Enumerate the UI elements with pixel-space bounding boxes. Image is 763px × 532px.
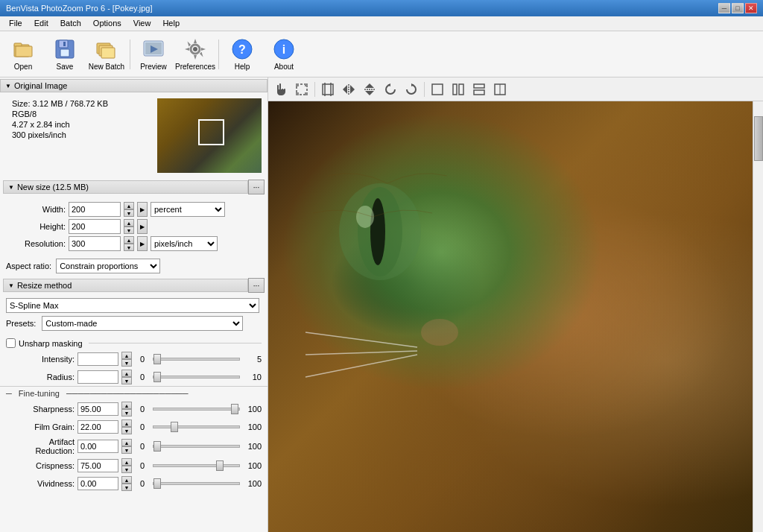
view-split-v-icon — [452, 83, 465, 96]
crispness-spin-up[interactable]: ▲ — [121, 458, 132, 466]
artifact-reduction-row: Artifact Reduction: ▲ ▼ 0 100 — [0, 436, 267, 457]
radius-spin-down[interactable]: ▼ — [121, 377, 132, 384]
menu-file[interactable]: File — [3, 18, 28, 29]
film-grain-thumb[interactable] — [171, 422, 178, 432]
artifact-track — [153, 445, 240, 448]
resolution-unit-select[interactable]: pixels/inch pixels/cm — [151, 236, 218, 251]
width-extra-btn[interactable]: ▶ — [137, 202, 148, 217]
film-grain-input[interactable] — [77, 420, 118, 434]
new-batch-button[interactable]: New Batch — [86, 34, 127, 75]
minimize-button[interactable]: ─ — [718, 3, 730, 13]
original-image-section-header: ▼ Original Image — [0, 79, 267, 92]
about-button[interactable]: i About — [264, 34, 304, 75]
flip-vertical-button[interactable] — [360, 80, 379, 98]
resize-method-label: Resize method — [17, 281, 72, 290]
sharpness-thumb[interactable] — [231, 404, 238, 414]
menu-view[interactable]: View — [127, 18, 157, 29]
rotate-left-icon — [384, 83, 397, 96]
maximize-button[interactable]: □ — [732, 3, 744, 13]
original-image-label: Original Image — [14, 81, 68, 90]
preferences-button[interactable]: Preferences — [175, 34, 215, 75]
res-spin-up[interactable]: ▲ — [124, 236, 134, 244]
vividness-thumb[interactable] — [153, 478, 161, 489]
radius-thumb[interactable] — [153, 372, 161, 382]
save-button[interactable]: Save — [45, 34, 85, 75]
presets-row: Presets: Custom-made Default Photo — [6, 316, 262, 331]
unsharp-masking-checkbox[interactable] — [6, 338, 16, 348]
width-spin-up[interactable]: ▲ — [124, 202, 134, 209]
svg-rect-35 — [474, 90, 484, 95]
crispness-spin-down[interactable]: ▼ — [121, 466, 132, 473]
resolution-extra-btn[interactable]: ▶ — [137, 236, 148, 251]
aspect-ratio-select[interactable]: Constrain proportions Free — [56, 259, 160, 273]
rotate-left-button[interactable] — [381, 80, 400, 98]
menu-options[interactable]: Options — [87, 18, 127, 29]
radius-spin-up[interactable]: ▲ — [121, 370, 132, 377]
view-split-v-button[interactable] — [449, 80, 468, 98]
select-tool-button[interactable] — [292, 80, 311, 98]
height-row: Height: ▲ ▼ ▶ — [6, 219, 262, 234]
menu-edit[interactable]: Edit — [28, 18, 54, 29]
menu-help[interactable]: Help — [156, 18, 186, 29]
resize-method-select[interactable]: S-Spline Max S-Spline XL S-Spline — [6, 298, 259, 313]
res-spin-down[interactable]: ▼ — [124, 244, 134, 251]
vividness-spinner: ▲ ▼ — [121, 476, 132, 491]
open-label: Open — [14, 63, 32, 71]
sharpness-spin-down[interactable]: ▼ — [121, 409, 132, 417]
image-view[interactable] — [268, 101, 763, 532]
intensity-input[interactable] — [77, 352, 118, 366]
vertical-scrollbar[interactable] — [753, 101, 763, 532]
flip-horizontal-button[interactable] — [339, 80, 358, 98]
view-single-button[interactable] — [428, 80, 447, 98]
sharpness-row: Sharpness: ▲ ▼ 0 100 — [0, 400, 267, 418]
view-compare-button[interactable] — [490, 80, 510, 98]
height-input[interactable] — [69, 219, 121, 234]
open-icon — [11, 37, 35, 61]
hand-tool-button[interactable] — [271, 80, 291, 98]
resize-options-button[interactable]: ··· — [248, 278, 265, 293]
crispness-thumb[interactable] — [216, 460, 224, 471]
radius-input[interactable] — [77, 370, 118, 384]
crop-tool-button[interactable] — [318, 80, 338, 98]
width-spin-down[interactable]: ▼ — [124, 209, 134, 217]
new-size-triangle: ▼ — [8, 184, 14, 191]
view-split-h-button[interactable] — [469, 80, 489, 98]
sharpness-max: 100 — [243, 405, 262, 414]
intensity-spin-down[interactable]: ▼ — [121, 359, 132, 367]
aspect-ratio-row: Aspect ratio: Constrain proportions Free — [0, 256, 267, 276]
rotate-right-button[interactable] — [402, 80, 421, 98]
intensity-spin-up[interactable]: ▲ — [121, 352, 132, 359]
crispness-input[interactable] — [77, 459, 118, 472]
preview-button[interactable]: Preview — [133, 34, 174, 75]
svg-point-40 — [370, 198, 385, 265]
artifact-thumb[interactable] — [153, 441, 161, 452]
resolution-input[interactable] — [69, 236, 121, 251]
open-button[interactable]: Open — [3, 34, 43, 75]
scrollbar-thumb[interactable] — [754, 116, 763, 161]
new-size-options-button[interactable]: ··· — [248, 180, 265, 194]
height-spin-down[interactable]: ▼ — [124, 227, 134, 234]
vividness-spin-up[interactable]: ▲ — [121, 476, 132, 484]
artifact-spin-down[interactable]: ▼ — [121, 446, 132, 454]
vividness-input[interactable] — [77, 477, 118, 490]
sharpness-spin-up[interactable]: ▲ — [121, 402, 132, 409]
menu-batch[interactable]: Batch — [54, 18, 87, 29]
close-button[interactable]: ✕ — [745, 3, 757, 13]
thumbnail-container — [157, 98, 262, 173]
artifact-input[interactable] — [77, 440, 118, 453]
presets-select[interactable]: Custom-made Default Photo — [42, 316, 243, 331]
svg-rect-22 — [296, 92, 299, 95]
intensity-thumb[interactable] — [153, 354, 161, 364]
width-unit-select[interactable]: percent pixels inches — [151, 202, 225, 217]
aspect-ratio-label: Aspect ratio: — [6, 262, 51, 270]
new-batch-label: New Batch — [89, 63, 124, 71]
height-extra-btn[interactable]: ▶ — [137, 219, 148, 234]
film-grain-spin-down[interactable]: ▼ — [121, 427, 132, 434]
help-button[interactable]: ? Help — [222, 34, 262, 75]
film-grain-spin-up[interactable]: ▲ — [121, 419, 132, 427]
artifact-spin-up[interactable]: ▲ — [121, 439, 132, 446]
vividness-spin-down[interactable]: ▼ — [121, 484, 132, 491]
width-input[interactable] — [69, 202, 121, 217]
height-spin-up[interactable]: ▲ — [124, 219, 134, 227]
sharpness-input[interactable] — [77, 402, 118, 416]
